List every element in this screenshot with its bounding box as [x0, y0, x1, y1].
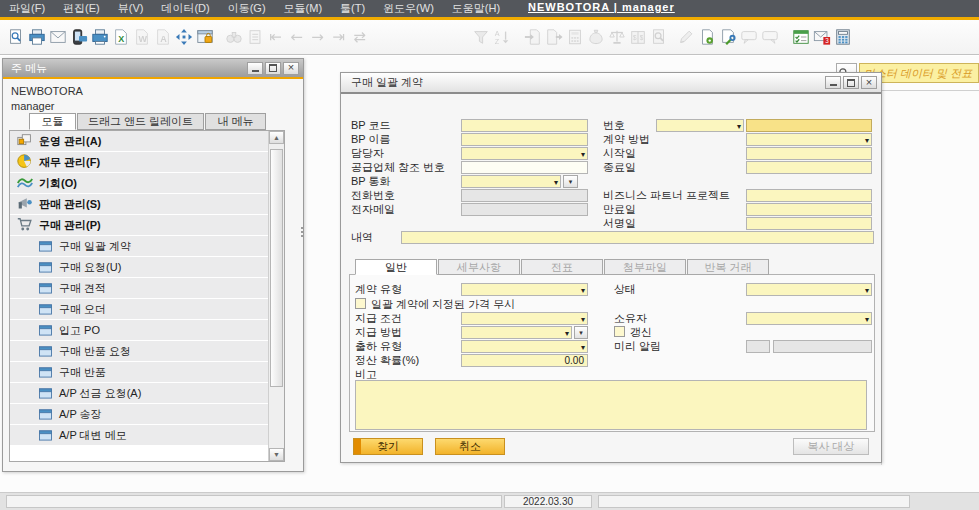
print-preview-icon[interactable]	[6, 24, 25, 50]
item-goods-receipt-po[interactable]: 입고 PO	[10, 320, 268, 341]
user-name: manager	[11, 100, 54, 112]
module-list-scrollbar[interactable]	[268, 131, 284, 461]
minimize-button[interactable]	[247, 62, 263, 75]
signing-date-input[interactable]	[746, 217, 872, 230]
calculator-icon[interactable]	[833, 24, 852, 50]
cancel-button[interactable]: 취소	[435, 438, 505, 455]
module-administration[interactable]: 운영 관리(A)	[10, 131, 268, 152]
reminder-unit-input	[773, 340, 872, 353]
start-date-input[interactable]	[746, 147, 872, 160]
menu-data[interactable]: 데이터(D)	[152, 1, 218, 16]
number-series-select[interactable]	[656, 119, 744, 132]
tab-my-menu[interactable]: 내 메뉴	[205, 113, 266, 130]
messages-alerts-icon[interactable]	[791, 24, 810, 50]
shipping-type-select[interactable]	[461, 340, 588, 353]
sms-icon[interactable]	[69, 24, 88, 50]
item-ap-invoice[interactable]: A/P 송장	[10, 404, 268, 425]
owner-select[interactable]	[746, 312, 872, 325]
item-purchase-quotation[interactable]: 구매 견적	[10, 278, 268, 299]
item-goods-return-request[interactable]: 구매 반품 요청	[10, 341, 268, 362]
scroll-up-button[interactable]	[269, 131, 284, 144]
phone-input	[461, 189, 588, 202]
close-button[interactable]	[283, 62, 299, 75]
bp-project-input[interactable]	[746, 189, 872, 202]
refresh-record-icon: ⇄	[350, 24, 369, 50]
ignore-prices-checkbox[interactable]	[355, 298, 366, 309]
agreement-method-select[interactable]	[746, 133, 872, 146]
tab-modules[interactable]: 모듈	[29, 113, 76, 130]
agreement-type-select[interactable]	[461, 283, 588, 296]
main-menu-titlebar[interactable]: 주 메뉴	[3, 59, 303, 79]
print-icon[interactable]	[27, 24, 46, 50]
termination-date-input[interactable]	[746, 203, 872, 216]
end-date-input[interactable]	[746, 161, 872, 174]
find-button[interactable]: 찾기	[353, 438, 423, 455]
agreement-titlebar[interactable]: 구매 일괄 계약	[341, 73, 881, 94]
tab-documents[interactable]: 전표	[521, 259, 603, 275]
status-label: 상태	[614, 283, 636, 296]
number-label: 번호	[603, 119, 625, 132]
lock-screen-icon[interactable]	[195, 24, 214, 50]
mailbox-icon[interactable]: 3	[812, 24, 831, 50]
form-settings-icon[interactable]	[718, 24, 737, 50]
menu-window[interactable]: 윈도우(W)	[374, 1, 443, 16]
settlement-probability-input[interactable]: 0.00	[461, 354, 588, 367]
menu-view[interactable]: 뷰(V)	[109, 1, 153, 16]
item-ap-credit-memo[interactable]: A/P 대변 메모	[10, 425, 268, 446]
menu-goto[interactable]: 이동(G)	[219, 1, 275, 16]
menu-modules[interactable]: 모듈(M)	[275, 1, 332, 16]
vendor-ref-label: 공급업체 참조 번호	[351, 161, 445, 174]
vendor-ref-input[interactable]	[461, 161, 588, 174]
maximize-button[interactable]	[265, 62, 281, 75]
payment-terms-select[interactable]	[461, 312, 588, 325]
minimize-button[interactable]	[825, 76, 841, 89]
svg-text:3: 3	[825, 37, 829, 44]
status-select[interactable]	[746, 283, 872, 296]
item-purchase-blanket-agreement[interactable]: 구매 일괄 계약	[10, 236, 268, 257]
item-purchase-order[interactable]: 구매 오더	[10, 299, 268, 320]
module-sales[interactable]: 판매 관리(S)	[10, 194, 268, 215]
bp-code-input[interactable]	[461, 119, 588, 132]
item-purchase-request[interactable]: 구매 요청(U)	[10, 257, 268, 278]
module-opportunities[interactable]: 기회(O)	[10, 173, 268, 194]
number-input[interactable]	[746, 119, 872, 132]
tab-details[interactable]: 세부사항	[438, 259, 520, 275]
tab-general[interactable]: 일반	[355, 259, 437, 275]
item-ap-down-payment-request[interactable]: A/P 선금 요청(A)	[10, 383, 268, 404]
close-button[interactable]	[861, 76, 877, 89]
module-financials[interactable]: 재무 관리(F)	[10, 152, 268, 173]
payment-method-dropdown-button[interactable]: ▾	[574, 326, 588, 339]
menu-item-label: 재무 관리(F)	[39, 155, 100, 170]
navigation-icon[interactable]	[174, 24, 193, 50]
panel-resize-grip[interactable]	[300, 227, 304, 253]
tab-recurring[interactable]: 반복 거래	[687, 259, 769, 275]
scrollbar-thumb[interactable]	[270, 149, 283, 387]
menu-edit[interactable]: 편집(E)	[54, 1, 109, 16]
renewal-checkbox[interactable]	[614, 326, 625, 337]
window-icon	[36, 364, 54, 380]
description-input[interactable]	[401, 231, 874, 244]
bp-currency-dropdown-button[interactable]: ▾	[563, 175, 578, 188]
export-excel-icon[interactable]: X	[111, 24, 130, 50]
email-label: 전자메일	[351, 203, 395, 216]
menu-tools[interactable]: 툴(T)	[331, 1, 374, 16]
export-word-icon: W	[132, 24, 151, 50]
agreement-method-label: 계약 방법	[603, 133, 650, 146]
menu-file[interactable]: 파일(F)	[0, 1, 54, 16]
payment-method-select[interactable]	[461, 326, 572, 339]
module-purchasing[interactable]: 구매 관리(P)	[10, 215, 268, 236]
user-defined-fields-icon[interactable]	[697, 24, 716, 50]
menu-help[interactable]: 도움말(H)	[443, 1, 509, 16]
contact-person-select[interactable]	[461, 147, 588, 160]
scroll-down-button[interactable]	[269, 448, 284, 461]
fax-icon[interactable]	[90, 24, 109, 50]
window-icon	[36, 427, 54, 443]
tab-drag-and-relate[interactable]: 드래그 앤드 릴레이트	[77, 113, 204, 130]
email-icon[interactable]	[48, 24, 67, 50]
bp-name-input[interactable]	[461, 133, 588, 146]
maximize-button[interactable]	[843, 76, 859, 89]
remarks-textarea[interactable]	[355, 380, 867, 430]
bp-currency-select[interactable]	[461, 175, 561, 188]
tab-attachments[interactable]: 첨부파일	[604, 259, 686, 275]
item-goods-return[interactable]: 구매 반품	[10, 362, 268, 383]
